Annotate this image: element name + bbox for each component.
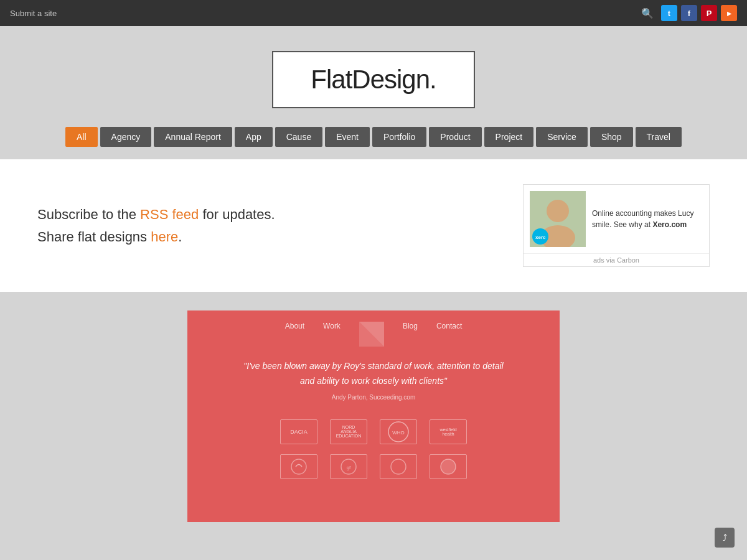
twitter-icon[interactable]: t: [661, 5, 677, 21]
share-here-link[interactable]: here: [151, 229, 178, 245]
filter-project[interactable]: Project: [484, 127, 534, 147]
svg-text:WHO: WHO: [392, 430, 405, 436]
logo-item-4: [430, 454, 467, 479]
logo-box: FlatDesign.: [272, 51, 474, 108]
filter-shop[interactable]: Shop: [590, 127, 633, 147]
filter-travel[interactable]: Travel: [636, 127, 682, 147]
filter-nav: All Agency Annual Report App Cause Event…: [0, 127, 747, 159]
logo-dacia: DACIA: [280, 419, 317, 444]
facebook-icon[interactable]: f: [681, 5, 697, 21]
ad-footer: ads via Carbon: [524, 253, 709, 266]
filter-annual-report[interactable]: Annual Report: [154, 127, 232, 147]
logo-item-1: [280, 454, 317, 479]
site-quote: "I've been blown away by Roy's standard …: [187, 359, 560, 389]
share-before: Share flat designs: [37, 229, 151, 245]
filter-product[interactable]: Product: [429, 127, 481, 147]
logo-who: WHO: [380, 419, 417, 444]
ad-image: xero: [530, 191, 586, 247]
svg-point-11: [391, 459, 406, 474]
svg-text:xero: xero: [535, 235, 545, 240]
client-logos-row1: DACIA NORDANGLIAEDUCATION WHO westfieldh…: [187, 413, 560, 454]
topbar-left: Submit a site: [10, 9, 57, 18]
site-logo-svg: [359, 322, 384, 347]
rss-icon[interactable]: ▸: [721, 5, 737, 21]
subscribe-section: Subscribe to the RSS feed for updates. S…: [0, 159, 747, 292]
ad-inner: xero Online accounting makes Lucy smile.…: [524, 185, 709, 253]
topbar: Submit a site 🔍 t f P ▸: [0, 0, 747, 26]
svg-point-12: [441, 459, 456, 474]
share-icon[interactable]: ⤴: [715, 528, 735, 548]
filter-portfolio[interactable]: Portfolio: [372, 127, 426, 147]
client-logos-row2: gf: [187, 454, 560, 489]
subscribe-line1: Subscribe to the RSS feed for updates.: [37, 203, 275, 225]
submit-site-link[interactable]: Submit a site: [10, 9, 57, 18]
share-after: .: [178, 229, 182, 245]
site-preview: About Work Blog Contact "I've been blown…: [187, 310, 560, 522]
filter-service[interactable]: Service: [536, 127, 588, 147]
ad-brand: Xero.com: [652, 220, 687, 229]
site-nav-work[interactable]: Work: [323, 322, 341, 353]
logo-design: Design.: [352, 65, 436, 94]
xero-badge: xero: [532, 228, 548, 245]
svg-point-1: [547, 200, 569, 222]
filter-agency[interactable]: Agency: [100, 127, 152, 147]
svg-text:gf: gf: [347, 465, 351, 470]
site-nav-about[interactable]: About: [285, 322, 304, 353]
subscribe-line2: Share flat designs here.: [37, 226, 275, 248]
filter-cause[interactable]: Cause: [275, 127, 322, 147]
preview-card: About Work Blog Contact "I've been blown…: [187, 310, 560, 522]
svg-point-8: [291, 459, 306, 474]
site-nav: About Work Blog Contact: [187, 310, 560, 359]
subscribe-before: Subscribe to the: [37, 207, 140, 222]
hero: FlatDesign.: [0, 26, 747, 127]
subscribe-text: Subscribe to the RSS feed for updates. S…: [37, 203, 275, 247]
rss-feed-link[interactable]: RSS feed: [140, 207, 199, 222]
filter-all[interactable]: All: [65, 127, 98, 147]
logo-nord-anglia: NORDANGLIAEDUCATION: [330, 419, 367, 444]
topbar-right: 🔍 t f P ▸: [641, 5, 737, 21]
logo-flat: Flat: [311, 65, 352, 94]
filter-app[interactable]: App: [235, 127, 273, 147]
main-content: About Work Blog Contact "I've been blown…: [0, 292, 747, 541]
site-brand-logo: [359, 322, 384, 347]
site-logo: FlatDesign.: [311, 65, 436, 95]
ad-text: Online accounting makes Lucy smile. See …: [592, 208, 703, 230]
pinterest-icon[interactable]: P: [701, 5, 717, 21]
search-icon[interactable]: 🔍: [641, 7, 654, 19]
site-attribution: Andy Parton, Succeeding.com: [187, 394, 560, 401]
logo-item-2: gf: [330, 454, 367, 479]
filter-event[interactable]: Event: [325, 127, 370, 147]
subscribe-after: for updates.: [199, 207, 275, 222]
ad-box: xero Online accounting makes Lucy smile.…: [523, 184, 710, 267]
site-nav-blog[interactable]: Blog: [403, 322, 418, 353]
logo-westfield: westfieldhealth: [430, 419, 467, 444]
site-nav-contact[interactable]: Contact: [436, 322, 462, 353]
logo-item-3: [380, 454, 417, 479]
